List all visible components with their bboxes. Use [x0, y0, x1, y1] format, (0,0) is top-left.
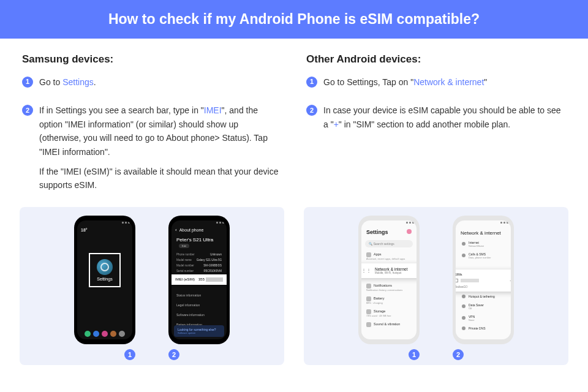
step-number-badge: 1 [306, 77, 317, 88]
network-internet-link[interactable]: Network & internet [413, 77, 484, 87]
screenshot-labels: 1 2 [124, 349, 179, 360]
edit-pill: Edit [179, 244, 189, 248]
search-settings: 🔍 Search settings [365, 240, 413, 247]
step-text: Go to Settings, Tap on "Network & intern… [323, 75, 566, 95]
label-badge: 2 [453, 349, 464, 360]
instructions-columns: Samsung devices: 1 Go to Settings. 2 If … [0, 39, 588, 207]
text: " [484, 77, 487, 87]
app-dock [77, 331, 132, 337]
list-item: Legal information [172, 301, 227, 309]
redacted [206, 277, 223, 282]
label-badge: 1 [124, 349, 135, 360]
redacted [461, 279, 479, 282]
step-number-badge: 2 [22, 105, 33, 116]
text: Go to Settings, Tap on " [323, 77, 413, 87]
samsung-heading: Samsung devices: [22, 53, 282, 66]
text: Go to [39, 77, 62, 87]
wifi-icon [462, 242, 466, 246]
step-number-badge: 2 [306, 105, 317, 116]
imei-esim-highlight: IMEI (eSIM) 355 [172, 274, 227, 285]
other-heading: Other Android devices: [306, 53, 566, 66]
sim-icon [456, 279, 458, 282]
samsung-step-2: 2 If in Settings you see a search bar, t… [22, 104, 282, 198]
text: If the "IMEI (eSIM)" is available it sho… [39, 165, 282, 192]
list-item: Hotspot & tethering [456, 292, 511, 301]
label-badge: 2 [168, 349, 179, 360]
info-row: Model numberSM-G998B/DS [172, 263, 227, 268]
step-text: In case your device is eSIM capable you … [323, 104, 566, 137]
list-item: Software information [172, 311, 227, 319]
list-item: Battery88% · charging [361, 294, 417, 307]
list-item: Calls & SMSData, phone number [456, 250, 511, 262]
label-badge: 1 [409, 349, 420, 360]
other-screenshots: Settings 🔍 Search settings AppsAssistant… [304, 207, 568, 365]
device-name: Peter's S21 UltraEdit [172, 236, 227, 252]
page-title: How to check if my Android Phone is eSIM… [0, 0, 588, 39]
list-item: VPNNone [456, 312, 511, 324]
list-item: Storage73% used · 43 GB free [361, 307, 417, 320]
samsung-step-1: 1 Go to Settings. [22, 75, 282, 95]
other-step-1: 1 Go to Settings, Tap on "Network & inte… [306, 75, 566, 95]
help-band: Looking for something else?Software upda… [174, 325, 224, 337]
settings-link[interactable]: Settings [62, 77, 94, 87]
list-item: Sound & vibration [361, 320, 417, 330]
other-screenshot-1: Settings 🔍 Search settings AppsAssistant… [358, 216, 420, 344]
samsung-screenshots: 18° Settings ‹About phone Peter's S21 Ul… [20, 207, 284, 365]
avatar-icon [407, 229, 412, 234]
plus-icon: + [508, 278, 511, 284]
settings-title: Settings [361, 224, 417, 238]
list-item: InternetNetworkName [456, 238, 511, 250]
other-column: Other Android devices: 1 Go to Settings,… [306, 53, 566, 207]
text: . [94, 77, 96, 87]
text: If in Settings you see a search bar, typ… [39, 105, 204, 115]
info-row: Phone numberUnknown [172, 252, 227, 257]
network-internet-highlight: ⋮⋮ Network & internetMobile, Wi-Fi, hots… [361, 263, 417, 278]
settings-label: Settings [97, 277, 112, 281]
samsung-column: Samsung devices: 1 Go to Settings. 2 If … [22, 53, 282, 207]
other-screenshot-2: Network & internet InternetNetworkName C… [453, 216, 514, 344]
imei-link[interactable]: IMEI [204, 105, 222, 115]
step-number-badge: 1 [22, 77, 33, 88]
network-internet-title: Network & internet [456, 224, 511, 238]
info-row: Model nameGalaxy S21 Ultra 5G [172, 257, 227, 263]
about-phone-header: ‹About phone [172, 224, 227, 236]
step-text: If in Settings you see a search bar, typ… [39, 104, 282, 198]
samsung-screenshot-2: ‹About phone Peter's S21 UltraEdit Phone… [168, 216, 230, 344]
info-row: Serial numberR5CR10K9VM [172, 268, 227, 274]
text: " in "SIM" section to add another mobile… [339, 119, 510, 129]
wifi-icon: ⋮⋮ [361, 268, 371, 273]
step-text: Go to Settings. [39, 75, 282, 95]
list-item: NotificationsNotification history, conve… [361, 281, 417, 294]
list-item: Data SaverOff [456, 301, 511, 312]
screenshots-row: 18° Settings ‹About phone Peter's S21 Ul… [20, 207, 568, 365]
back-icon: ‹ [175, 227, 177, 233]
list-item: Status information [172, 291, 227, 300]
screenshot-labels: 1 2 [409, 349, 464, 360]
settings-app-highlight: Settings [89, 253, 121, 287]
sims-highlight: SIMs + RedteaGO [456, 270, 511, 292]
weather-widget: 18° [77, 224, 132, 236]
samsung-screenshot-1: 18° Settings [74, 216, 135, 344]
other-step-2: 2 In case your device is eSIM capable yo… [306, 104, 566, 137]
gear-icon [97, 259, 113, 275]
list-item: AppsAssistant, recent apps, default apps [361, 250, 417, 263]
list-item: Private DNS [456, 324, 511, 333]
plus-highlight: + [334, 119, 339, 129]
